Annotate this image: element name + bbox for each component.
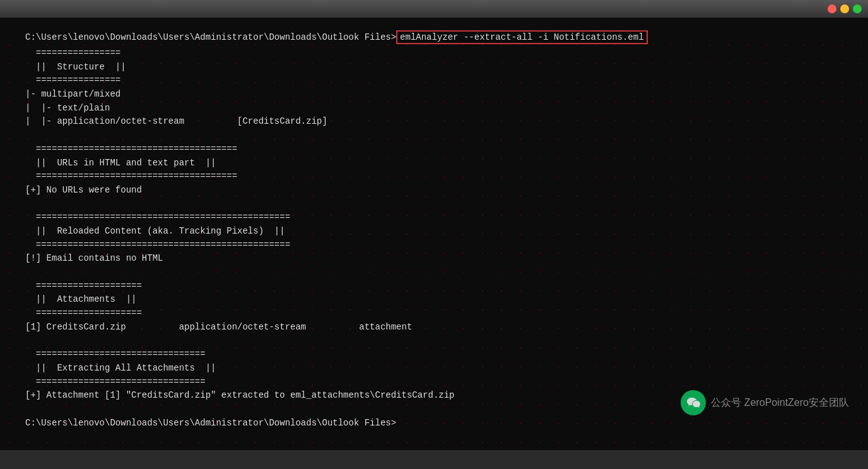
terminal-line-10: [+] No URLs were found bbox=[25, 184, 843, 198]
command-highlighted: emlAnalyzer --extract-all -i Notificatio… bbox=[396, 30, 647, 44]
terminal-container: C:\Users\lenovo\Downloads\Users\Administ… bbox=[0, 18, 868, 450]
terminal-line-blank4 bbox=[25, 334, 843, 348]
terminal-line-blank2 bbox=[25, 198, 843, 211]
terminal-line-2: || Structure || bbox=[25, 61, 843, 74]
terminal-line-5: | |- text/plain bbox=[25, 102, 843, 116]
maximize-button[interactable] bbox=[853, 4, 862, 13]
terminal-line-13: ========================================… bbox=[25, 239, 843, 252]
terminal-line-4: |- multipart/mixed bbox=[25, 88, 843, 102]
terminal-line-12: || Reloaded Content (aka. Tracking Pixel… bbox=[25, 225, 843, 239]
terminal-line-16: || Attachments || bbox=[25, 293, 843, 307]
terminal-line-3: ================ bbox=[25, 74, 843, 88]
terminal-line-blank3 bbox=[25, 266, 843, 280]
bottom-bar bbox=[0, 450, 868, 469]
terminal-line-blank1 bbox=[25, 129, 843, 143]
terminal-line-8: || URLs in HTML and text part || bbox=[25, 157, 843, 170]
terminal-output: ================ || Structure || =======… bbox=[25, 47, 843, 430]
terminal-line-7: ====================================== bbox=[25, 143, 843, 157]
minimize-button[interactable] bbox=[840, 4, 849, 13]
command-line: C:\Users\lenovo\Downloads\Users\Administ… bbox=[25, 30, 843, 44]
top-bar bbox=[0, 0, 868, 18]
terminal-line-11: ========================================… bbox=[25, 211, 843, 225]
terminal-line-20: || Extracting All Attachments || bbox=[25, 362, 843, 376]
watermark: 公众号 ZeroPointZero安全团队 bbox=[681, 390, 849, 415]
prompt-path: C:\Users\lenovo\Downloads\Users\Administ… bbox=[25, 32, 396, 42]
window-controls bbox=[828, 4, 862, 13]
terminal-line-6: | |- application/octet-stream [CreditsCa… bbox=[25, 115, 843, 129]
watermark-text: 公众号 ZeroPointZero安全团队 bbox=[711, 396, 849, 410]
terminal-line-17: ==================== bbox=[25, 307, 843, 321]
terminal-line-21: ================================ bbox=[25, 376, 843, 389]
terminal-line-23: C:\Users\lenovo\Downloads\Users\Administ… bbox=[25, 417, 843, 430]
terminal-line-15: ==================== bbox=[25, 280, 843, 294]
terminal-line-14: [!] Email contains no HTML bbox=[25, 252, 843, 266]
terminal-line-19: ================================ bbox=[25, 348, 843, 362]
close-button[interactable] bbox=[828, 4, 836, 13]
terminal-line-1: ================ bbox=[25, 47, 843, 61]
terminal-line-9: ====================================== bbox=[25, 170, 843, 184]
terminal-line-18: [1] CreditsCard.zip application/octet-st… bbox=[25, 321, 843, 335]
wechat-icon bbox=[681, 390, 706, 415]
